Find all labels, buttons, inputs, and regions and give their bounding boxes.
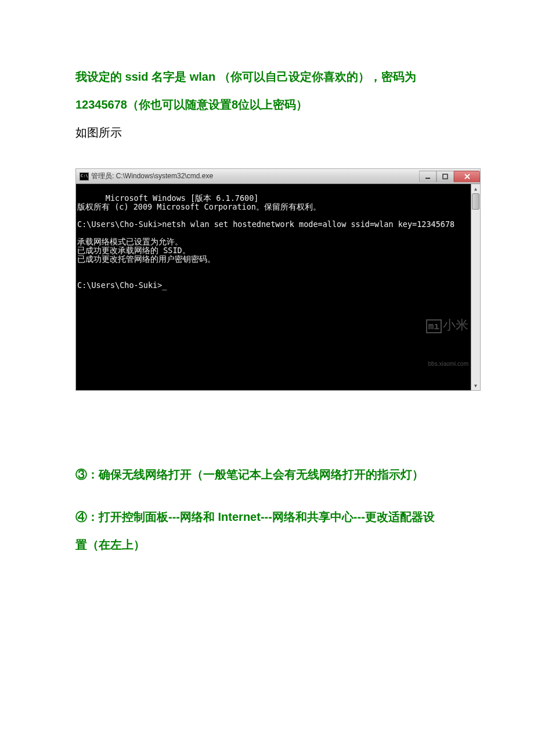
maximize-icon — [442, 174, 448, 179]
svg-rect-1 — [443, 174, 448, 179]
window-buttons — [419, 171, 480, 182]
watermark-brand: 小米 — [443, 318, 468, 332]
intro-paragraph-2: 12345678（你也可以随意设置8位以上密码） — [75, 92, 456, 117]
step-4-line1: ④：打开控制面板---网络和 Internet---网络和共享中心---更改适配… — [75, 503, 456, 531]
close-button[interactable] — [454, 171, 480, 182]
intro-line-1: 我设定的 ssid 名字是 wlan （你可以自己设定你喜欢的），密码为 — [75, 70, 416, 83]
svg-rect-0 — [425, 178, 430, 179]
cmd-body[interactable]: Microsoft Windows [版本 6.1.7600] 版权所有 (c)… — [76, 184, 480, 390]
minimize-button[interactable] — [419, 171, 436, 182]
cmd-window: 管理员: C:\Windows\system32\cmd.exe Microso… — [75, 168, 481, 391]
scroll-up-icon[interactable]: ▲ — [471, 184, 480, 193]
minimize-icon — [425, 174, 431, 179]
scrollbar[interactable]: ▲ ▼ — [471, 184, 480, 390]
intro-line-2: 12345678（你也可以随意设置8位以上密码） — [75, 98, 308, 111]
step-3: ③：确保无线网络打开（一般笔记本上会有无线网络打开的指示灯） — [75, 460, 456, 488]
intro-subline: 如图所示 — [75, 120, 456, 145]
intro-paragraph: 我设定的 ssid 名字是 wlan （你可以自己设定你喜欢的），密码为 — [75, 64, 456, 89]
maximize-button[interactable] — [436, 171, 454, 182]
watermark-logo-box: mı — [426, 319, 442, 333]
title-bar[interactable]: 管理员: C:\Windows\system32\cmd.exe — [76, 169, 480, 184]
cmd-output: Microsoft Windows [版本 6.1.7600] 版权所有 (c)… — [77, 193, 454, 290]
title-left: 管理员: C:\Windows\system32\cmd.exe — [80, 171, 213, 181]
step-4-line2: 置（在左上） — [75, 531, 456, 559]
cmd-icon — [80, 172, 89, 181]
scroll-thumb[interactable] — [472, 193, 479, 210]
scroll-down-icon[interactable]: ▼ — [471, 381, 480, 390]
watermark: mı小米 bbs.xiaomi.com — [391, 293, 468, 386]
document-page: 我设定的 ssid 名字是 wlan （你可以自己设定你喜欢的），密码为 123… — [0, 0, 534, 593]
window-title: 管理员: C:\Windows\system32\cmd.exe — [91, 171, 213, 181]
watermark-logo: mı小米 — [391, 311, 468, 342]
watermark-url: bbs.xiaomi.com — [391, 359, 468, 368]
close-icon — [464, 173, 471, 180]
